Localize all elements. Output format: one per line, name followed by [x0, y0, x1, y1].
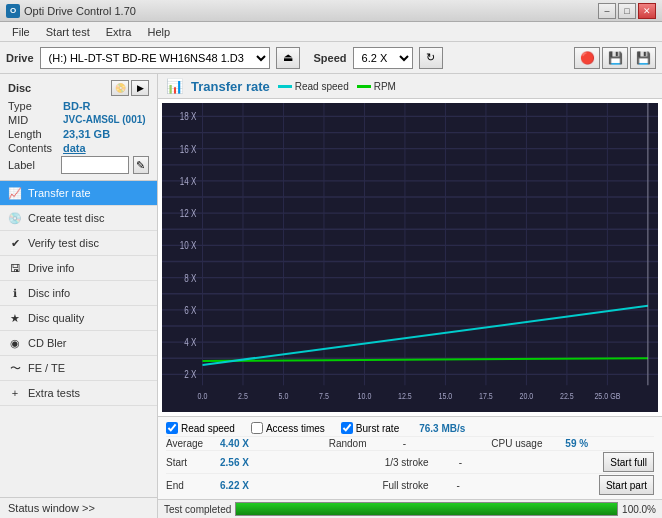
legend-rpm-color — [357, 85, 371, 88]
nav-cd-bler-label: CD Bler — [28, 337, 67, 349]
svg-text:5.0: 5.0 — [279, 390, 289, 401]
start-full-button[interactable]: Start full — [603, 452, 654, 472]
one-third-stroke-value: - — [459, 457, 462, 468]
svg-text:12.5: 12.5 — [398, 390, 412, 401]
title-bar: O Opti Drive Control 1.70 – □ ✕ — [0, 0, 662, 22]
disc-contents-value[interactable]: data — [63, 142, 86, 154]
nav-drive-info-label: Drive info — [28, 262, 74, 274]
drive-info-icon: 🖫 — [8, 261, 22, 275]
stat-one-third-stroke: 1/3 stroke - — [385, 457, 604, 468]
read-speed-checkbox-input[interactable] — [166, 422, 178, 434]
menu-help[interactable]: Help — [139, 24, 178, 40]
end-value: 6.22 X — [220, 480, 249, 491]
burst-rate-checkbox-label: Burst rate — [356, 423, 399, 434]
disc-section-title: Disc — [8, 82, 31, 94]
refresh-speed-button[interactable]: ↻ — [419, 47, 443, 69]
main-area: Disc 📀 ▶ Type BD-R MID JVC-AMS6L (001) L… — [0, 74, 662, 518]
nav-extra-tests-label: Extra tests — [28, 387, 80, 399]
minimize-button[interactable]: – — [598, 3, 616, 19]
nav-cd-bler[interactable]: ◉ CD Bler — [0, 331, 157, 356]
status-window-label: Status window >> — [8, 502, 95, 514]
nav-disc-info[interactable]: ℹ Disc info — [0, 281, 157, 306]
burst-rate-checkbox-input[interactable] — [341, 422, 353, 434]
maximize-button[interactable]: □ — [618, 3, 636, 19]
disc-info-section: Disc 📀 ▶ Type BD-R MID JVC-AMS6L (001) L… — [0, 74, 157, 181]
disc-info-btn2[interactable]: ▶ — [131, 80, 149, 96]
average-label: Average — [166, 438, 216, 449]
nav-disc-quality-label: Disc quality — [28, 312, 84, 324]
read-speed-checkbox-label: Read speed — [181, 423, 235, 434]
menu-extra[interactable]: Extra — [98, 24, 140, 40]
toolbar-icon-1[interactable]: 🔴 — [574, 47, 600, 69]
disc-length-row: Length 23,31 GB — [8, 128, 149, 140]
eject-button[interactable]: ⏏ — [276, 47, 300, 69]
burst-rate-value: 76.3 MB/s — [419, 423, 465, 434]
read-speed-checkbox[interactable]: Read speed — [166, 422, 235, 434]
svg-text:22.5: 22.5 — [560, 390, 574, 401]
svg-text:14 X: 14 X — [180, 175, 197, 187]
menu-bar: File Start test Extra Help — [0, 22, 662, 42]
disc-label-input[interactable] — [61, 156, 129, 174]
svg-text:2 X: 2 X — [184, 368, 197, 380]
stats-row-2: Start 2.56 X 1/3 stroke - Start full — [166, 450, 654, 473]
chart-area: 18 X 16 X 14 X 12 X 10 X 8 X 6 X 4 X 2 X — [158, 99, 662, 416]
disc-info-icon: ℹ — [8, 286, 22, 300]
create-test-icon: 💿 — [8, 211, 22, 225]
stats-row-3: End 6.22 X Full stroke - Start part — [166, 473, 654, 496]
nav-transfer-rate[interactable]: 📈 Transfer rate — [0, 181, 157, 206]
start-part-button[interactable]: Start part — [599, 475, 654, 495]
svg-text:17.5: 17.5 — [479, 390, 493, 401]
disc-quality-icon: ★ — [8, 311, 22, 325]
content-progress-bar — [235, 502, 618, 516]
disc-mid-label: MID — [8, 114, 63, 126]
nav-disc-quality[interactable]: ★ Disc quality — [0, 306, 157, 331]
nav-create-test-disc-label: Create test disc — [28, 212, 104, 224]
close-button[interactable]: ✕ — [638, 3, 656, 19]
disc-label-row: Label ✎ — [8, 156, 149, 174]
stat-random: Random - — [329, 438, 492, 449]
random-value: - — [403, 438, 406, 449]
fe-te-icon: 〜 — [8, 361, 22, 375]
legend-read-speed: Read speed — [278, 81, 349, 92]
nav-drive-info[interactable]: 🖫 Drive info — [0, 256, 157, 281]
speed-select[interactable]: 6.2 X — [353, 47, 413, 69]
menu-start-test[interactable]: Start test — [38, 24, 98, 40]
disc-info-btn1[interactable]: 📀 — [111, 80, 129, 96]
drive-toolbar: Drive (H:) HL-DT-ST BD-RE WH16NS48 1.D3 … — [0, 42, 662, 74]
stat-end: End 6.22 X — [166, 480, 382, 491]
svg-text:6 X: 6 X — [184, 304, 197, 316]
chart-header: 📊 Transfer rate Read speed RPM — [158, 74, 662, 99]
disc-type-label: Type — [8, 100, 63, 112]
legend-read-speed-color — [278, 85, 292, 88]
disc-mid-row: MID JVC-AMS6L (001) — [8, 114, 149, 126]
legend-rpm-label: RPM — [374, 81, 396, 92]
content-progress-pct: 100.0% — [622, 504, 656, 515]
drive-select[interactable]: (H:) HL-DT-ST BD-RE WH16NS48 1.D3 — [40, 47, 270, 69]
window-controls: – □ ✕ — [598, 3, 656, 19]
nav-disc-info-label: Disc info — [28, 287, 70, 299]
toolbar-icon-3[interactable]: 💾 — [630, 47, 656, 69]
svg-text:4 X: 4 X — [184, 336, 197, 348]
nav-items: 📈 Transfer rate 💿 Create test disc ✔ Ver… — [0, 181, 157, 406]
transfer-rate-icon: 📈 — [8, 186, 22, 200]
access-times-checkbox[interactable]: Access times — [251, 422, 325, 434]
access-times-checkbox-input[interactable] — [251, 422, 263, 434]
nav-extra-tests[interactable]: + Extra tests — [0, 381, 157, 406]
svg-text:0.0: 0.0 — [198, 390, 208, 401]
menu-file[interactable]: File — [4, 24, 38, 40]
disc-label-edit-btn[interactable]: ✎ — [133, 156, 149, 174]
disc-mid-value: JVC-AMS6L (001) — [63, 114, 146, 126]
full-stroke-label: Full stroke — [382, 480, 452, 491]
nav-fe-te[interactable]: 〜 FE / TE — [0, 356, 157, 381]
status-window-bar[interactable]: Status window >> — [0, 497, 157, 518]
svg-text:10.0: 10.0 — [358, 390, 372, 401]
burst-rate-checkbox[interactable]: Burst rate — [341, 422, 399, 434]
toolbar-icon-2[interactable]: 💾 — [602, 47, 628, 69]
nav-create-test-disc[interactable]: 💿 Create test disc — [0, 206, 157, 231]
stat-full-stroke: Full stroke - — [382, 480, 598, 491]
status-text: Test completed — [164, 504, 231, 515]
nav-verify-test-disc-label: Verify test disc — [28, 237, 99, 249]
nav-verify-test-disc[interactable]: ✔ Verify test disc — [0, 231, 157, 256]
start-value: 2.56 X — [220, 457, 249, 468]
app-icon: O — [6, 4, 20, 18]
